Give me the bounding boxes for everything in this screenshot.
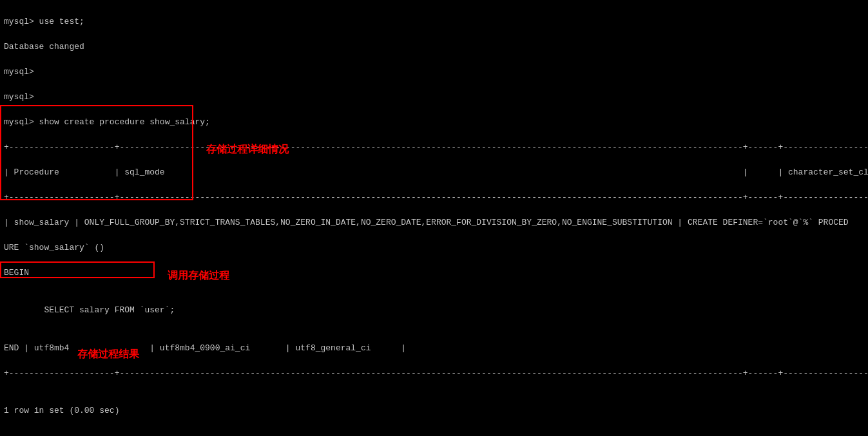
line-13: SELECT salary FROM `user`; — [4, 304, 864, 317]
line-1: mysql> use test; — [4, 15, 864, 28]
annotation-detail: 存储过程详细情况 — [206, 143, 289, 156]
line-2: Database changed — [4, 41, 864, 53]
line-5: mysql> show create procedure show_salary… — [4, 116, 864, 129]
line-4: mysql> — [4, 91, 864, 104]
line-6: +---------------------+-----------------… — [4, 141, 864, 154]
line-18: 1 row in set (0.00 sec) — [4, 404, 864, 417]
line-10: URE `show_salary` () — [4, 242, 864, 254]
line-7: | Procedure | sql_mode | | character_set… — [4, 166, 864, 179]
terminal-window: mysql> use test; Database changed mysql>… — [0, 0, 868, 436]
line-16: +---------------------+-----------------… — [4, 367, 864, 380]
line-11: BEGIN — [4, 267, 864, 280]
line-9: | show_salary | ONLY_FULL_GROUP_BY,STRIC… — [4, 216, 864, 229]
line-8: +---------------------+-----------------… — [4, 191, 864, 204]
annotation-result: 存储过程结果 — [77, 348, 139, 361]
line-3: mysql> — [4, 66, 864, 79]
annotation-call: 调用存储过程 — [168, 269, 229, 283]
